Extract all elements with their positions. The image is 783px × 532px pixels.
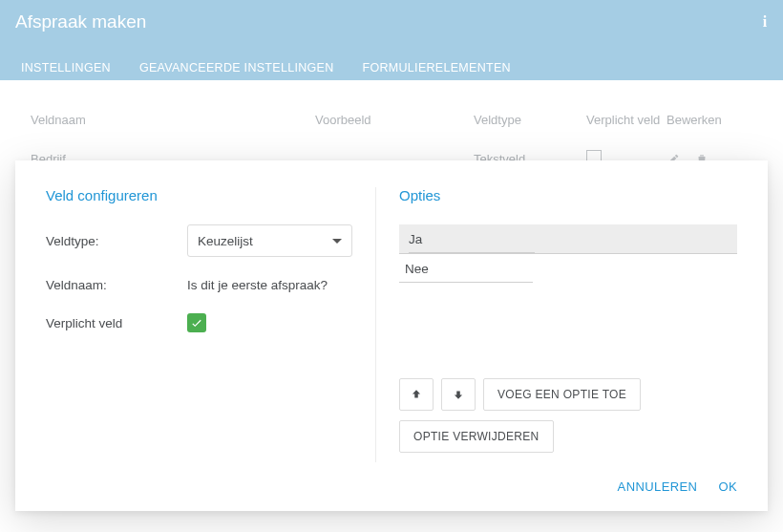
option-item-0-label: Ja [409, 232, 535, 253]
move-down-button[interactable] [441, 378, 476, 411]
table-header-row: Veldnaam Voorbeeld Veldtype Verplicht ve… [15, 105, 768, 144]
row-veldnaam: Veldnaam: Is dit je eerste afspraak? [46, 278, 352, 292]
checkbox-verplicht[interactable] [187, 313, 206, 332]
th-veldnaam: Veldnaam [31, 113, 315, 127]
add-option-button[interactable]: VOEG EEN OPTIE TOE [483, 378, 641, 411]
label-verplicht: Verplicht veld [46, 316, 187, 330]
tabs: INSTELLINGEN GEAVANCEERDE INSTELLINGEN F… [15, 52, 768, 91]
right-panel-title: Opties [399, 187, 737, 203]
tab-formulierelementen[interactable]: FORMULIERELEMENTEN [357, 52, 517, 91]
modal-body: Veld configureren Veldtype: Keuzelijst V… [46, 187, 737, 462]
th-verplicht: Verplicht veld [586, 113, 667, 127]
options-list: Ja Nee [399, 224, 737, 283]
row-veldtype: Veldtype: Keuzelijst [46, 224, 352, 257]
th-veldtype: Veldtype [474, 113, 586, 127]
info-icon[interactable]: i [762, 13, 768, 31]
configure-field-modal: Veld configureren Veldtype: Keuzelijst V… [15, 160, 768, 511]
label-veldnaam: Veldnaam: [46, 278, 187, 292]
move-up-button[interactable] [399, 378, 434, 411]
ok-button[interactable]: OK [718, 479, 737, 494]
left-panel-title: Veld configureren [46, 187, 352, 203]
option-item-1-label: Nee [405, 262, 429, 276]
th-voorbeeld: Voorbeeld [315, 113, 474, 127]
row-verplicht: Verplicht veld [46, 313, 352, 332]
tab-geavanceerd[interactable]: GEAVANCEERDE INSTELLINGEN [134, 52, 340, 91]
select-veldtype[interactable]: Keuzelijst [187, 224, 352, 257]
modal-left-panel: Veld configureren Veldtype: Keuzelijst V… [46, 187, 376, 462]
page-header: Afspraak maken i INSTELLINGEN GEAVANCEER… [0, 0, 783, 80]
label-veldtype: Veldtype: [46, 234, 187, 248]
tab-instellingen[interactable]: INSTELLINGEN [15, 52, 116, 91]
modal-right-panel: Opties Ja Nee VOEG EEN OPTIE TOE [376, 187, 737, 462]
th-bewerken: Bewerken [667, 113, 752, 127]
option-item-1[interactable]: Nee [399, 254, 533, 283]
arrow-down-icon [452, 388, 465, 401]
value-veldnaam[interactable]: Is dit je eerste afspraak? [187, 278, 352, 292]
delete-option-button[interactable]: OPTIE VERWIJDEREN [399, 420, 554, 453]
select-veldtype-value: Keuzelijst [198, 234, 253, 248]
cancel-button[interactable]: ANNULEREN [618, 479, 698, 494]
option-buttons-row-2: OPTIE VERWIJDEREN [399, 420, 737, 453]
page-title: Afspraak maken [15, 11, 768, 32]
arrow-up-icon [410, 388, 423, 401]
checkbox-checked-icon [187, 313, 206, 332]
option-item-0[interactable]: Ja [399, 224, 737, 254]
option-buttons-row-1: VOEG EEN OPTIE TOE [399, 378, 737, 411]
chevron-down-icon [332, 239, 342, 244]
modal-footer: ANNULEREN OK [46, 462, 737, 494]
